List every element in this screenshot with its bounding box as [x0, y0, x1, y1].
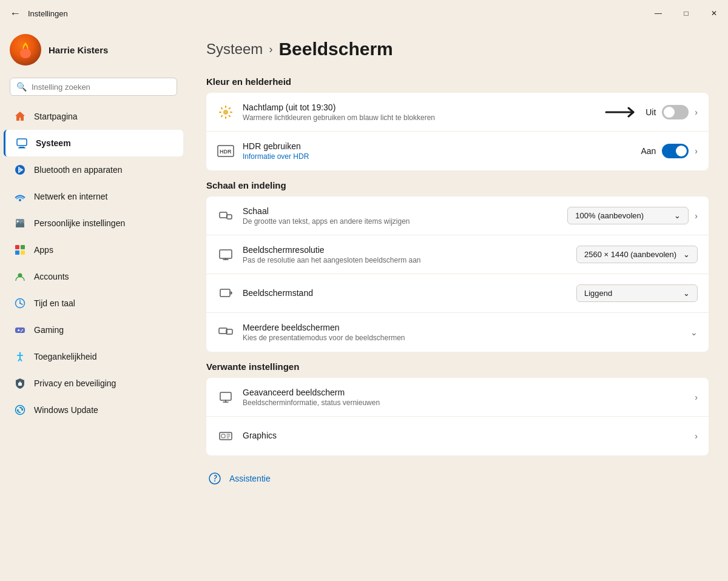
- breadcrumb-current: Beeldscherm: [278, 39, 393, 59]
- search-container: 🔍: [0, 78, 187, 103]
- schaal-chevron[interactable]: ›: [695, 211, 698, 221]
- user-profile[interactable]: Harrie Kisters: [0, 24, 187, 78]
- hdr-text: HDR gebruiken Informatie over HDR: [243, 141, 632, 161]
- section-scale-title: Schaal en indeling: [206, 180, 709, 190]
- sidebar-item-apps[interactable]: Apps: [4, 237, 183, 263]
- time-icon: [13, 297, 27, 310]
- resolutie-subtitle: Pas de resolutie aan het aangesloten bee…: [243, 256, 568, 264]
- resolutie-dropdown[interactable]: 2560 × 1440 (aanbevolen) ⌄: [576, 246, 698, 263]
- sidebar-item-startpagina[interactable]: Startpagina: [4, 103, 183, 130]
- svg-rect-27: [220, 212, 227, 218]
- resolutie-row[interactable]: Beeldschermresolutie Pas de resolutie aa…: [206, 235, 709, 274]
- svg-point-7: [17, 221, 19, 223]
- sidebar-item-toegankelijkheid[interactable]: Toegankelijkheid: [4, 343, 183, 370]
- meerdere-text: Meerdere beeldschermen Kies de presentat…: [243, 323, 682, 342]
- hdr-toggle[interactable]: [662, 144, 689, 158]
- svg-rect-9: [21, 245, 25, 249]
- sidebar-item-persoonlijk[interactable]: Persoonlijke instellingen: [4, 210, 183, 237]
- svg-rect-30: [220, 289, 230, 297]
- related-card: Geavanceerd beeldscherm Beeldscherminfor…: [206, 378, 709, 455]
- resolutie-control: 2560 × 1440 (aanbevolen) ⌄: [576, 246, 698, 263]
- meerdere-chevron[interactable]: ⌄: [690, 327, 698, 337]
- graphics-chevron[interactable]: ›: [695, 431, 698, 441]
- sidebar-item-windows-update[interactable]: Windows Update: [4, 397, 183, 423]
- back-button[interactable]: ←: [7, 5, 23, 22]
- maximize-button[interactable]: □: [672, 4, 700, 23]
- network-icon: [13, 190, 27, 203]
- sidebar-item-accounts[interactable]: Accounts: [4, 263, 183, 290]
- minimize-button[interactable]: —: [644, 4, 672, 23]
- section-related-title: Verwante instellingen: [206, 361, 709, 372]
- window-controls: — □ ✕: [644, 4, 728, 23]
- sidebar-item-bluetooth[interactable]: Bluetooth en apparaten: [4, 156, 183, 183]
- svg-text:HDR: HDR: [220, 149, 232, 155]
- sidebar-item-netwerk[interactable]: Netwerk en internet: [4, 183, 183, 210]
- meerdere-icon: [217, 324, 234, 341]
- svg-point-19: [21, 331, 22, 332]
- hdr-row[interactable]: HDR HDR gebruiken Informatie over HDR Aa…: [206, 132, 709, 170]
- sidebar-item-label: Persoonlijke instellingen: [34, 218, 125, 228]
- bluetooth-icon: [13, 163, 27, 176]
- svg-rect-29: [220, 250, 232, 258]
- sidebar-item-label: Toegankelijkheid: [34, 352, 97, 361]
- hdr-link[interactable]: Informatie over HDR: [243, 152, 632, 161]
- breadcrumb-parent[interactable]: Systeem: [206, 41, 263, 58]
- geavanceerd-control: ›: [695, 392, 698, 402]
- schaal-value: 100% (aanbevolen): [575, 211, 644, 220]
- arrow-decoration: [603, 105, 639, 119]
- stand-row[interactable]: Beeldschermstand Liggend ⌄: [206, 274, 709, 313]
- graphics-icon: [217, 428, 234, 445]
- schaal-title: Schaal: [243, 206, 559, 216]
- search-box[interactable]: 🔍: [10, 78, 177, 96]
- geavanceerd-text: Geavanceerd beeldscherm Beeldscherminfor…: [243, 388, 686, 407]
- scale-layout-card: Schaal De grootte van tekst, apps en and…: [206, 196, 709, 352]
- close-button[interactable]: ✕: [700, 4, 728, 23]
- schaal-row[interactable]: Schaal De grootte van tekst, apps en and…: [206, 196, 709, 235]
- section-color-title: Kleur en helderheid: [206, 76, 709, 87]
- breadcrumb-separator: ›: [269, 43, 272, 56]
- assistentie-icon: [206, 470, 223, 487]
- sidebar-item-tijd[interactable]: Tijd en taal: [4, 290, 183, 317]
- stand-dropdown[interactable]: Liggend ⌄: [576, 284, 698, 302]
- resolutie-text: Beeldschermresolutie Pas de resolutie aa…: [243, 245, 568, 264]
- stand-dropdown-arrow: ⌄: [683, 289, 690, 298]
- svg-rect-22: [19, 381, 21, 384]
- graphics-row[interactable]: Graphics ›: [206, 417, 709, 455]
- sidebar-item-gaming[interactable]: Gaming: [4, 317, 183, 343]
- search-input[interactable]: [32, 82, 170, 92]
- geavanceerd-icon: [217, 389, 234, 406]
- sidebar-item-label: Apps: [34, 245, 53, 255]
- stand-value: Liggend: [584, 289, 612, 298]
- sidebar-item-label: Gaming: [34, 325, 64, 335]
- sidebar-item-systeem[interactable]: Systeem: [4, 130, 183, 156]
- breadcrumb: Systeem › Beeldscherm: [206, 39, 709, 59]
- schaal-control: 100% (aanbevolen) ⌄ ›: [567, 207, 698, 224]
- meerdere-row[interactable]: Meerdere beeldschermen Kies de presentat…: [206, 313, 709, 352]
- nachtlamp-icon: [217, 104, 234, 121]
- nachtlamp-control: Uit ›: [603, 105, 698, 119]
- svg-point-23: [16, 406, 25, 415]
- sidebar-item-label: Privacy en beveiliging: [34, 378, 116, 388]
- nachtlamp-toggle[interactable]: [662, 105, 689, 119]
- sidebar-item-label: Netwerk en internet: [34, 192, 107, 201]
- schaal-icon: [217, 207, 234, 224]
- meerdere-control: ⌄: [690, 327, 698, 337]
- nachtlamp-chevron[interactable]: ›: [695, 107, 698, 117]
- svg-rect-8: [15, 245, 19, 249]
- update-icon: [13, 403, 27, 417]
- gaming-icon: [13, 323, 27, 337]
- svg-point-5: [19, 199, 21, 201]
- nachtlamp-row[interactable]: Nachtlamp (uit tot 19:30) Warmere lichtk…: [206, 93, 709, 132]
- geavanceerd-row[interactable]: Geavanceerd beeldscherm Beeldscherminfor…: [206, 378, 709, 417]
- sidebar-item-privacy[interactable]: Privacy en beveiliging: [4, 370, 183, 397]
- schaal-dropdown[interactable]: 100% (aanbevolen) ⌄: [567, 207, 689, 224]
- resolutie-dropdown-arrow: ⌄: [683, 250, 690, 259]
- schaal-text: Schaal De grootte van tekst, apps en and…: [243, 206, 559, 226]
- assistentie-link[interactable]: Assistentie: [229, 474, 271, 483]
- sidebar-item-label: Systeem: [36, 138, 71, 148]
- sidebar: Harrie Kisters 🔍 Startpagina: [0, 24, 187, 581]
- svg-rect-15: [15, 327, 25, 333]
- nachtlamp-title: Nachtlamp (uit tot 19:30): [243, 102, 595, 112]
- geavanceerd-chevron[interactable]: ›: [695, 392, 698, 402]
- hdr-chevron[interactable]: ›: [695, 146, 698, 156]
